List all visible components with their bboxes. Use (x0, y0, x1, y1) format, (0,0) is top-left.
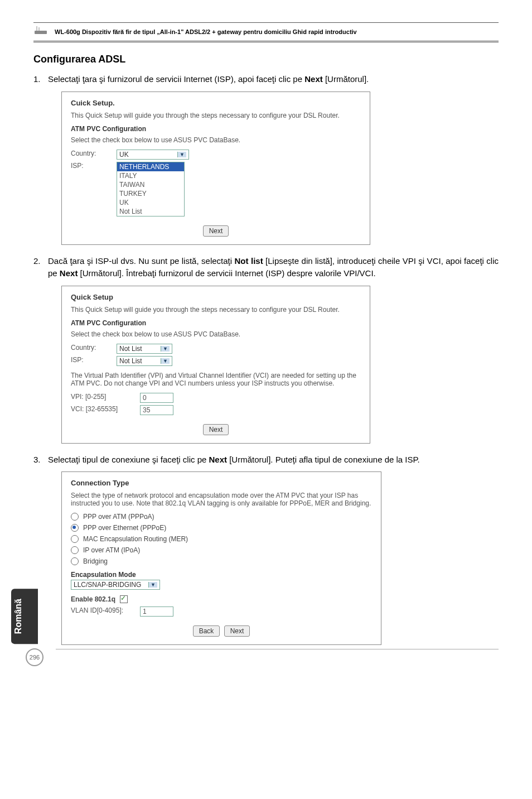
radio-icon (71, 546, 79, 554)
list-item[interactable]: Not List (117, 207, 184, 216)
isp-listbox[interactable]: NETHERLANDS ITALY TAIWAN TURKEY UK Not L… (117, 162, 185, 216)
back-button[interactable]: Back (193, 625, 220, 637)
encap-select[interactable]: LLC/SNAP-BRIDGING ▼ (71, 580, 160, 590)
ss2-vpi-note: The Virtual Path Identifier (VPI) and Vi… (71, 372, 361, 387)
chevron-down-icon: ▼ (161, 358, 170, 364)
next-button[interactable]: Next (224, 625, 250, 637)
ss1-note: This Quick Setup will guide you through … (71, 112, 361, 119)
ss1-country-label: Country: (71, 150, 109, 157)
encap-label: Encapsulation Mode (71, 571, 372, 579)
screenshot-3: Connection Type Select the type of netwo… (61, 471, 381, 645)
list-item[interactable]: UK (117, 198, 184, 207)
radio-pppoe[interactable]: PPP over Ethernet (PPPoE) (71, 524, 372, 532)
ss2-instr: Select the check box below to use ASUS P… (71, 330, 361, 338)
step-2-text: Dacă ţara şi ISP-ul dvs. Nu sunt pe list… (48, 255, 499, 280)
ss3-note: Select the type of network protocol and … (71, 492, 372, 507)
ss2-note: This Quick Setup will guide you through … (71, 306, 361, 314)
enable-8021q[interactable]: Enable 802.1q (71, 595, 372, 603)
ss2-country-label: Country: (71, 344, 109, 352)
router-icon (33, 25, 50, 38)
section-title: Configurarea ADSL (33, 54, 499, 65)
step-3-num: 3. (33, 454, 48, 466)
footer-rule (56, 649, 499, 649)
header-text: WL-600g Dispozitiv fără fir de tipul „Al… (55, 28, 357, 35)
radio-ipoa[interactable]: IP over ATM (IPoA) (71, 546, 372, 554)
list-item[interactable]: TURKEY (117, 189, 184, 198)
chevron-down-icon: ▼ (148, 582, 157, 588)
page-number: 296 (26, 648, 43, 666)
checkbox-icon (120, 595, 128, 603)
radio-bridging[interactable]: Bridging (71, 557, 372, 565)
step-2: 2. Dacă ţara şi ISP-ul dvs. Nu sunt pe l… (33, 255, 499, 280)
radio-icon (71, 513, 79, 521)
list-item[interactable]: ITALY (117, 171, 184, 180)
ss1-subhead: ATM PVC Configuration (71, 125, 361, 133)
radio-mer[interactable]: MAC Encapsulation Routing (MER) (71, 535, 372, 543)
ss2-subhead: ATM PVC Configuration (71, 319, 361, 327)
language-tab: Română (11, 589, 38, 644)
step-1: 1. Selectaţi ţara şi furnizorul de servi… (33, 73, 499, 86)
chevron-down-icon: ▼ (177, 152, 186, 157)
vci-label: VCI: [32-65535] (71, 405, 132, 413)
ss2-title: Quick Setup (71, 293, 361, 301)
isp-select-2[interactable]: Not List ▼ (117, 356, 172, 366)
next-button[interactable]: Next (203, 225, 229, 237)
page-header: WL-600g Dispozitiv fără fir de tipul „Al… (33, 22, 499, 42)
screenshot-2: Quick Setup This Quick Setup will guide … (61, 286, 370, 444)
ss2-isp-label: ISP: (71, 356, 109, 364)
country-select[interactable]: UK ▼ (117, 150, 189, 160)
ss1-title: Cuick Setup. (71, 99, 361, 107)
country-select-2[interactable]: Not List ▼ (117, 344, 172, 354)
vpi-input[interactable]: 0 (140, 393, 173, 403)
radio-icon (71, 524, 79, 532)
radio-icon (71, 535, 79, 543)
svg-rect-0 (35, 31, 47, 34)
vci-input[interactable]: 35 (140, 405, 173, 415)
step-3: 3. Selectaţi tipul de conexiune şi faceţ… (33, 454, 499, 466)
vlan-label: VLAN ID[0-4095]: (71, 607, 132, 614)
radio-icon (71, 557, 79, 565)
step-3-text: Selectaţi tipul de conexiune şi faceţi c… (48, 454, 499, 466)
ss1-instr: Select the check box below to use ASUS P… (71, 136, 361, 144)
step-1-num: 1. (33, 73, 48, 86)
step-2-num: 2. (33, 255, 48, 268)
vlan-input[interactable]: 1 (140, 607, 173, 617)
screenshot-1: Cuick Setup. This Quick Setup will guide… (61, 92, 370, 245)
next-button[interactable]: Next (203, 424, 229, 435)
list-item[interactable]: TAIWAN (117, 180, 184, 189)
ss1-isp-label: ISP: (71, 162, 109, 170)
vpi-label: VPI: [0-255] (71, 393, 132, 401)
chevron-down-icon: ▼ (161, 346, 170, 352)
step-1-text: Selectaţi ţara şi furnizorul de servicii… (48, 73, 499, 86)
list-item[interactable]: NETHERLANDS (117, 162, 184, 171)
radio-pppoa[interactable]: PPP over ATM (PPPoA) (71, 513, 372, 521)
ss3-title: Connection Type (71, 479, 372, 487)
